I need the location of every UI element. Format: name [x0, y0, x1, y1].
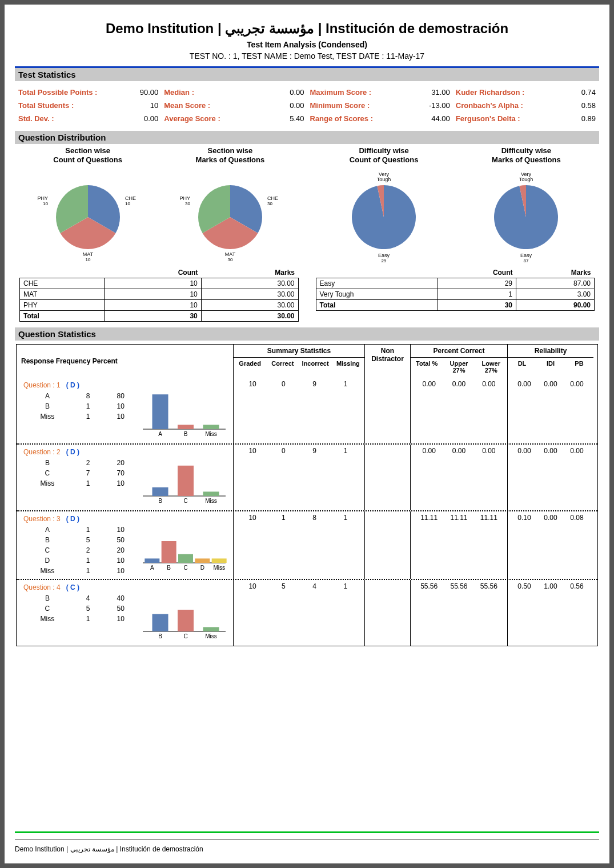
pie-title: Section wiseCount of Questions [19, 146, 156, 166]
pie-difficulty-count: Easy29VeryTough [332, 166, 435, 263]
response-row: A880 [21, 391, 139, 401]
svg-text:PHY: PHY [37, 195, 48, 201]
stat-label: Average Score : [164, 114, 220, 123]
question-label: Question : 1 [23, 381, 61, 389]
question-row: Question : 4 ( C )B440C550Miss110BCMiss1… [17, 579, 597, 646]
response-row: B440 [21, 594, 139, 603]
table-row: Easy2987.00 [316, 278, 595, 289]
val-graded: 10 [237, 447, 268, 508]
val-idi: 0.00 [537, 514, 564, 577]
stat-value: 5.40 [290, 114, 304, 123]
svg-text:B: B [167, 565, 171, 571]
val-pb: 0.00 [564, 380, 590, 441]
svg-text:MAT: MAT [82, 251, 93, 257]
svg-text:Easy: Easy [520, 253, 532, 258]
svg-text:30: 30 [185, 201, 190, 206]
pie-title: Section wiseMarks of Questions [162, 146, 298, 166]
table-header: Response Frequency Percent Summary Stati… [17, 345, 597, 378]
stat-label: Kuder Richardson : [456, 88, 525, 97]
val-correct: 0 [268, 380, 299, 441]
val-pb: 0.08 [564, 514, 590, 577]
col-reliability: Reliability [508, 345, 593, 358]
val-incorrect: 9 [299, 380, 330, 441]
svg-rect-35 [145, 558, 159, 563]
response-row: Miss110 [21, 479, 139, 488]
stat-value: 90.00 [140, 88, 159, 97]
col-dl: DL [508, 358, 536, 369]
pie-title: Difficulty wiseCount of Questions [316, 146, 452, 166]
svg-text:Miss: Miss [205, 498, 217, 504]
svg-text:CHE: CHE [125, 195, 136, 201]
svg-text:10: 10 [125, 201, 130, 206]
stat-label: Median : [164, 88, 194, 97]
svg-text:B: B [158, 498, 162, 504]
col-summary: Summary Statistics [234, 345, 364, 358]
val-dl: 0.50 [511, 582, 537, 643]
response-row: D110 [21, 556, 139, 565]
val-missing: 1 [330, 380, 361, 441]
val-correct: 5 [268, 582, 299, 643]
question-label: Question : 3 [23, 515, 61, 523]
val-total-pct: 55.56 [414, 582, 444, 643]
val-lower: 0.00 [474, 447, 504, 508]
response-row: Miss110 [21, 412, 139, 421]
val-lower: 0.00 [474, 380, 504, 441]
val-pb: 0.56 [564, 582, 590, 643]
val-idi: 0.00 [537, 447, 564, 508]
svg-text:C: C [183, 498, 187, 504]
val-idi: 1.00 [537, 582, 564, 643]
svg-text:C: C [183, 633, 187, 639]
question-row: Question : 2 ( D )B220C770Miss110BCMiss1… [17, 443, 597, 510]
val-missing: 1 [330, 514, 361, 577]
svg-text:87: 87 [524, 258, 529, 263]
val-total-pct: 11.11 [414, 514, 444, 577]
svg-text:Tough: Tough [377, 177, 391, 182]
response-bar-chart: BCMiss [140, 449, 228, 506]
val-upper: 55.56 [444, 582, 473, 643]
report-page: Demo Institution | مؤسسة تجريبي | Instit… [5, 5, 609, 863]
val-dl: 0.00 [511, 380, 537, 441]
val-idi: 0.00 [537, 380, 564, 441]
question-label: Question : 2 [23, 448, 61, 456]
pie-difficulty-marks: Easy87VeryTough [475, 166, 577, 263]
stat-value: -13.00 [429, 101, 450, 110]
val-missing: 1 [330, 447, 361, 508]
question-stats-table: Response Frequency Percent Summary Stati… [16, 344, 598, 646]
page-title: Demo Institution | مؤسسة تجريبي | Instit… [15, 21, 599, 37]
svg-rect-30 [178, 466, 194, 496]
section-question-distribution: Question Distribution [15, 131, 599, 144]
response-row: C550 [21, 604, 139, 613]
section-table: CountMarksCHE1030.00MAT1030.00PHY1030.00… [19, 267, 299, 322]
difficulty-table: CountMarksEasy2987.00Very Tough13.00Tota… [316, 267, 595, 311]
question-label: Question : 4 [23, 583, 61, 591]
stat-value: 10 [150, 101, 158, 110]
svg-text:A: A [150, 565, 154, 571]
val-graded: 10 [237, 380, 268, 441]
svg-rect-46 [153, 614, 168, 631]
val-graded: 10 [237, 582, 268, 643]
val-nondistractor [365, 580, 411, 646]
response-row: B110 [21, 402, 139, 411]
response-row: C220 [21, 546, 139, 555]
col-correct: Correct [266, 358, 299, 369]
col-total-pct: Total % [411, 358, 443, 376]
answer-key: ( D ) [66, 448, 79, 456]
svg-text:30: 30 [227, 257, 232, 262]
stat-label: Total Students : [18, 101, 74, 110]
svg-text:Miss: Miss [205, 431, 217, 437]
col-lower: Lower 27% [475, 358, 507, 376]
footer-text: Demo Institution | مؤسسة تجريبي | Instit… [15, 845, 203, 853]
svg-text:A: A [158, 431, 162, 437]
svg-text:CHE: CHE [267, 195, 278, 201]
response-bar-chart: ABMiss [140, 382, 228, 439]
val-nondistractor [365, 378, 411, 443]
svg-text:B: B [158, 633, 162, 639]
section-question-statistics: Question Statistics [15, 327, 599, 341]
col-response: Response Frequency Percent [17, 345, 234, 378]
response-row: C770 [21, 469, 139, 478]
val-incorrect: 8 [299, 514, 330, 577]
stat-value: 44.00 [431, 114, 450, 123]
svg-text:29: 29 [382, 258, 387, 263]
val-upper: 11.11 [444, 514, 473, 577]
val-incorrect: 9 [299, 447, 330, 508]
